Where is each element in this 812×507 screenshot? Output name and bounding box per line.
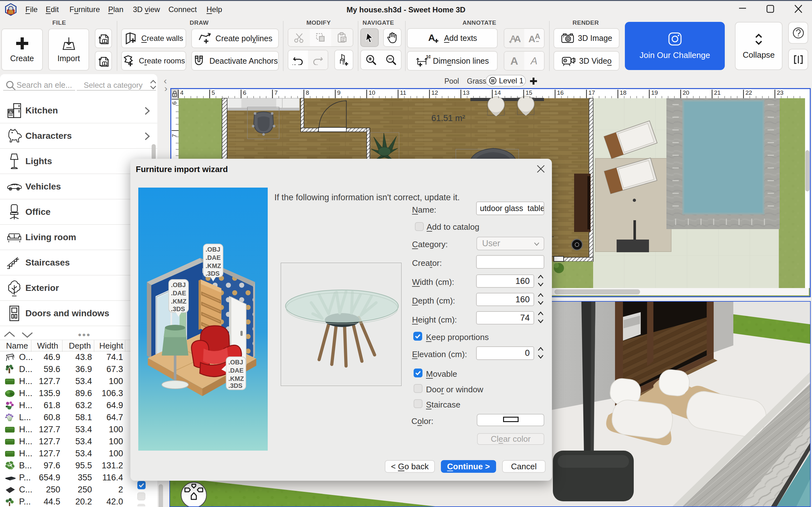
svg-text:A: A xyxy=(428,32,435,43)
svg-text:.3DS: .3DS xyxy=(229,382,242,389)
svg-text:.KMZ: .KMZ xyxy=(171,298,187,305)
svg-text:18: 18 xyxy=(620,89,626,96)
svg-text:6: 6 xyxy=(243,89,247,96)
svg-text:12: 12 xyxy=(432,89,438,96)
svg-text:13: 13 xyxy=(463,89,469,96)
svg-text:4: 4 xyxy=(180,89,184,96)
svg-text:20: 20 xyxy=(682,89,689,96)
svg-text:.OBJ: .OBJ xyxy=(206,246,220,253)
svg-text:15: 15 xyxy=(525,89,532,96)
svg-text:22: 22 xyxy=(745,89,752,96)
svg-text:16: 16 xyxy=(557,89,564,96)
svg-text:.3DS: .3DS xyxy=(206,270,219,277)
svg-text:19: 19 xyxy=(651,89,658,96)
svg-text:61.51 m²: 61.51 m² xyxy=(432,113,465,123)
svg-text:A: A xyxy=(514,34,520,44)
svg-text:.KMZ: .KMZ xyxy=(229,375,244,382)
svg-text:10: 10 xyxy=(368,89,375,96)
svg-text:.DAE: .DAE xyxy=(206,254,221,261)
svg-text:8: 8 xyxy=(306,89,309,96)
svg-text:11: 11 xyxy=(400,89,406,96)
svg-text:.OBJ: .OBJ xyxy=(171,281,186,288)
svg-text:5: 5 xyxy=(212,89,215,96)
svg-text:.3DS: .3DS xyxy=(171,305,185,313)
svg-text:23: 23 xyxy=(777,89,783,96)
svg-text:21: 21 xyxy=(714,89,721,96)
svg-text:9: 9 xyxy=(337,89,341,96)
svg-text:.OBJ: .OBJ xyxy=(229,359,243,366)
svg-text:6: 6 xyxy=(171,101,177,105)
svg-text:.DAE: .DAE xyxy=(229,367,244,374)
svg-text:14: 14 xyxy=(494,89,501,96)
svg-text:10: 10 xyxy=(426,55,430,59)
svg-text:17: 17 xyxy=(589,89,595,96)
svg-text:A: A xyxy=(528,34,536,44)
svg-text:A: A xyxy=(535,33,540,41)
svg-text:.DAE: .DAE xyxy=(171,290,186,297)
svg-text:7: 7 xyxy=(274,89,278,96)
svg-text:.KMZ: .KMZ xyxy=(206,262,221,269)
